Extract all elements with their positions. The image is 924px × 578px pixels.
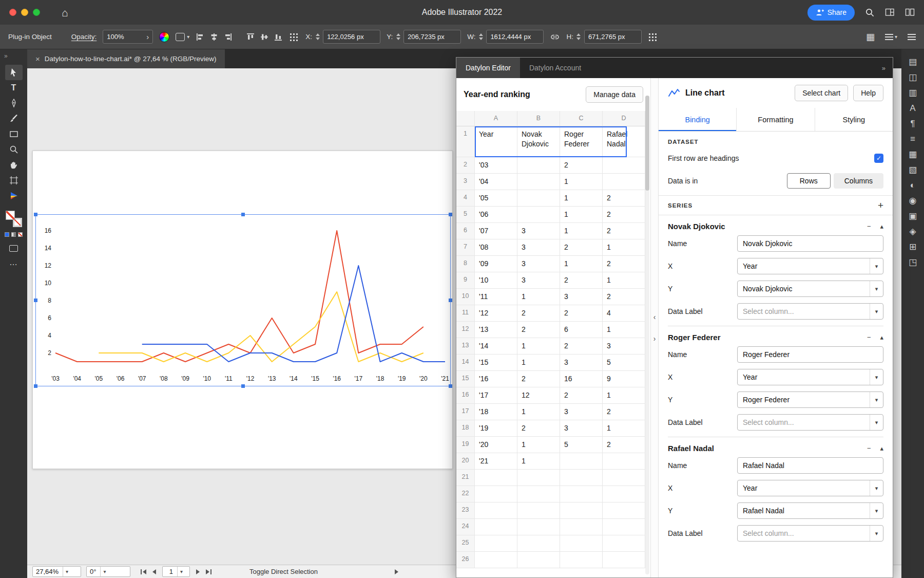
- table-cell[interactable]: '07: [475, 223, 517, 239]
- table-cell[interactable]: 3: [517, 239, 560, 256]
- selection-handle[interactable]: [34, 299, 37, 302]
- table-cell[interactable]: 2: [603, 190, 645, 207]
- collapse-left-icon[interactable]: ‹: [653, 313, 656, 321]
- column-letter[interactable]: C: [560, 111, 603, 126]
- gradient-button[interactable]: [11, 232, 16, 237]
- selection-handle[interactable]: [449, 384, 452, 388]
- table-cell[interactable]: [560, 470, 603, 486]
- table-cell[interactable]: 3: [560, 404, 603, 420]
- row-number[interactable]: 2: [456, 157, 475, 174]
- collapse-series-icon[interactable]: ▴: [880, 444, 883, 452]
- close-tab-icon[interactable]: ×: [35, 54, 40, 63]
- toolbar-collapse-icon[interactable]: »: [4, 52, 8, 60]
- table-cell[interactable]: '16: [475, 371, 517, 387]
- table-cell[interactable]: 1: [560, 256, 603, 272]
- series-name-input[interactable]: [737, 457, 883, 474]
- transparency-icon[interactable]: ◐: [910, 181, 915, 190]
- tab-datylon-account[interactable]: Datylon Account: [520, 58, 590, 78]
- workspace-switcher-icon[interactable]: [885, 8, 895, 17]
- remove-series-icon[interactable]: −: [867, 333, 871, 341]
- help-button[interactable]: Help: [853, 85, 883, 101]
- table-cell[interactable]: [603, 157, 645, 174]
- rectangle-tool[interactable]: [5, 126, 23, 142]
- table-cell[interactable]: [603, 519, 645, 535]
- row-number[interactable]: 6: [456, 223, 475, 239]
- table-cell[interactable]: [475, 502, 517, 519]
- align-left-icon[interactable]: [196, 32, 205, 42]
- table-cell[interactable]: '04: [475, 174, 517, 190]
- row-number[interactable]: 4: [456, 190, 475, 207]
- row-number[interactable]: 8: [456, 256, 475, 272]
- last-artboard-button[interactable]: [206, 569, 211, 574]
- series-x-select[interactable]: Year▾: [737, 258, 883, 274]
- table-cell[interactable]: '20: [475, 437, 517, 453]
- series-x-select[interactable]: Year▾: [737, 480, 883, 496]
- table-cell[interactable]: [517, 207, 560, 223]
- selection-handle[interactable]: [241, 384, 245, 388]
- row-number[interactable]: 10: [456, 289, 475, 305]
- columns-button[interactable]: Columns: [834, 173, 883, 189]
- row-number[interactable]: 21: [456, 470, 475, 486]
- table-cell[interactable]: 2: [517, 305, 560, 322]
- paintbrush-tool[interactable]: [5, 111, 23, 126]
- table-cell[interactable]: [517, 486, 560, 502]
- x-input[interactable]: [323, 30, 380, 44]
- table-cell[interactable]: 3: [517, 223, 560, 239]
- y-stepper[interactable]: [395, 33, 401, 40]
- table-cell[interactable]: [517, 157, 560, 174]
- table-cell[interactable]: 1: [517, 338, 560, 355]
- y-input[interactable]: [403, 30, 461, 44]
- row-number[interactable]: 23: [456, 502, 475, 519]
- panel-options-icon[interactable]: ▾: [885, 34, 897, 40]
- chart-selection[interactable]: 246810121416'03'04'05'06'07'08'09'10'11'…: [35, 214, 451, 386]
- document-tab[interactable]: × Datylon-how-to-line-chart.ai* @ 27,64 …: [27, 49, 225, 68]
- table-cell[interactable]: 5: [560, 437, 603, 453]
- line-chart[interactable]: 246810121416'03'04'05'06'07'08'09'10'11'…: [36, 215, 450, 386]
- align-center-vertical-icon[interactable]: [260, 32, 269, 42]
- row-number[interactable]: 12: [456, 322, 475, 338]
- character-icon[interactable]: A: [910, 104, 915, 113]
- table-cell[interactable]: [475, 470, 517, 486]
- row-number[interactable]: 5: [456, 207, 475, 223]
- table-cell[interactable]: 2: [603, 437, 645, 453]
- table-cell[interactable]: [603, 470, 645, 486]
- table-cell[interactable]: 3: [603, 338, 645, 355]
- collapse-right-icon[interactable]: ›: [653, 334, 656, 343]
- column-letter[interactable]: B: [517, 111, 560, 126]
- row-number[interactable]: 15: [456, 371, 475, 387]
- none-button[interactable]: [18, 232, 23, 237]
- row-number[interactable]: 18: [456, 420, 475, 437]
- table-cell[interactable]: 2: [603, 404, 645, 420]
- series-name-input[interactable]: [737, 346, 883, 363]
- menu-icon[interactable]: [908, 34, 916, 40]
- table-cell[interactable]: 9: [603, 371, 645, 387]
- minimize-window-button[interactable]: [21, 9, 28, 16]
- row-number[interactable]: 7: [456, 239, 475, 256]
- link-dimensions-icon[interactable]: [550, 33, 560, 41]
- rotation-select[interactable]: 0° ▾: [86, 566, 130, 577]
- row-number[interactable]: 16: [456, 387, 475, 404]
- next-artboard-button[interactable]: [196, 569, 200, 574]
- add-series-button[interactable]: +: [878, 200, 883, 210]
- table-cell[interactable]: 1: [603, 420, 645, 437]
- pixel-grid-icon[interactable]: [290, 33, 292, 35]
- stroke-icon[interactable]: ≡: [910, 135, 915, 143]
- color-button[interactable]: [5, 232, 9, 237]
- table-cell[interactable]: 1: [560, 223, 603, 239]
- opacity-label[interactable]: Opacity:: [71, 33, 97, 41]
- w-stepper[interactable]: [478, 33, 484, 40]
- series-x-select[interactable]: Year▾: [737, 369, 883, 385]
- selection-handle[interactable]: [449, 299, 452, 302]
- table-cell[interactable]: 6: [560, 322, 603, 338]
- series-y-select[interactable]: Rafael Nadal▾: [737, 502, 883, 519]
- panel-menu-icon[interactable]: »: [882, 64, 893, 72]
- table-cell[interactable]: Rafael Nadal: [603, 126, 645, 157]
- table-cell[interactable]: 1: [603, 239, 645, 256]
- appearance-icon[interactable]: ◉: [909, 196, 917, 205]
- fill-swatch[interactable]: [6, 211, 15, 220]
- table-cell[interactable]: [517, 174, 560, 190]
- table-cell[interactable]: [475, 486, 517, 502]
- table-cell[interactable]: [475, 519, 517, 535]
- table-cell[interactable]: 2: [560, 157, 603, 174]
- row-number[interactable]: 24: [456, 519, 475, 535]
